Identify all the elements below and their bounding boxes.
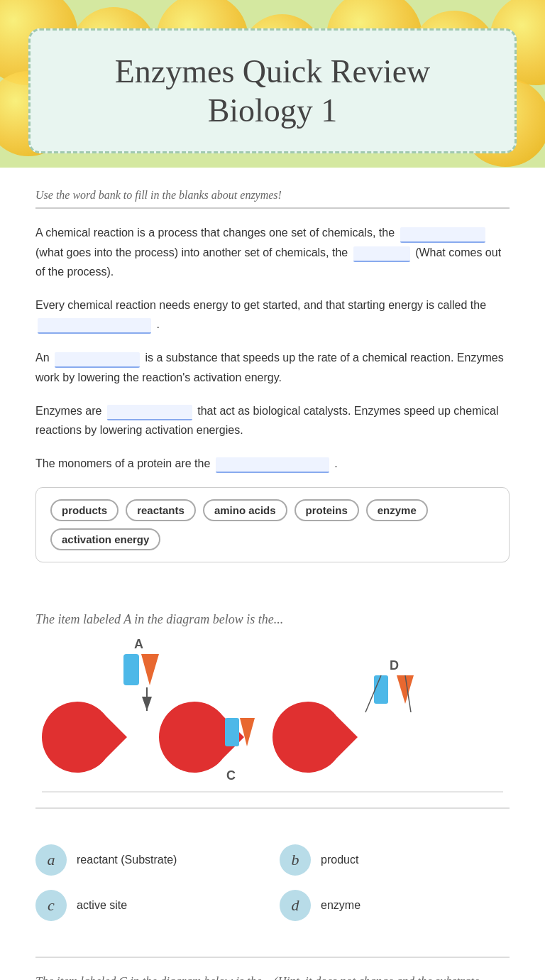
answer-option-a: a reactant (Substrate) [35,844,265,876]
paragraph-3: An is a substance that speeds up the rat… [35,348,510,386]
enzyme-right [272,702,358,773]
label-c: C [226,768,236,783]
answer-option-c: c active site [35,890,265,921]
bottom-divider [35,957,510,958]
answer-option-b: b product [280,844,510,876]
answer-options-grid: a reactant (Substrate) b product c activ… [0,830,545,935]
badge-c[interactable]: c [35,890,67,921]
enzyme-left [42,702,127,773]
paragraph-1: A chemical reaction is a process that ch… [35,223,510,281]
p1-text-middle: (what goes into the process) into anothe… [35,246,351,258]
paragraph-2: Every chemical reaction needs energy to … [35,295,510,334]
p5-text-after: . [334,457,337,469]
enzyme-diagram: A B → C → D [35,634,510,797]
p4-text-before: Enzymes are [35,405,105,417]
bottom-question-text: The item labeled C in the diagram below … [35,972,510,980]
chip-products[interactable]: products [50,499,119,521]
chip-reactants[interactable]: reactants [126,499,196,521]
instruction-text: Use the word bank to fill in the blanks … [35,189,510,209]
chip-proteins[interactable]: proteins [294,499,359,521]
label-a: A [134,637,143,651]
paragraph-5: The monomers of a protein are the . [35,454,510,473]
title-card: Enzymes Quick Review Biology 1 [28,28,517,153]
chip-activation-energy[interactable]: activation energy [50,528,160,550]
substrate-orange-c [240,718,255,746]
blank-activation-energy[interactable] [38,318,151,334]
p2-text-after: . [156,318,159,330]
substrate-orange-a [141,654,159,685]
bottom-section: The item labeled C in the diagram below … [0,935,545,980]
substrate-blue-a [123,654,139,685]
paragraph-4: Enzymes are that act as biological catal… [35,401,510,440]
blank-enzyme[interactable] [55,352,140,368]
page-title: Enzymes Quick Review Biology 1 [59,52,486,130]
diagram-question-1: The item labeled A in the diagram below … [35,612,510,627]
p1-text-before: A chemical reaction is a process that ch… [35,227,398,239]
word-bank: products reactants amino acids proteins … [35,487,510,562]
p3-text-before: An [35,352,53,364]
answer-option-d: d enzyme [280,890,510,921]
option-text-d: enzyme [321,899,360,912]
chip-enzyme[interactable]: enzyme [366,499,428,521]
blank-proteins[interactable] [107,405,192,420]
badge-b[interactable]: b [280,844,311,876]
option-text-b: product [321,854,358,866]
label-d: D [390,658,399,673]
blank-amino-acids[interactable] [216,457,329,473]
badge-d[interactable]: d [280,890,311,921]
product-orange-d [397,675,414,704]
blank-reactants[interactable] [400,227,485,243]
product-blue-d [374,675,388,704]
substrate-blue-c [225,718,239,746]
option-text-a: reactant (Substrate) [77,854,177,866]
badge-a[interactable]: a [35,844,67,876]
chip-amino-acids[interactable]: amino acids [203,499,287,521]
p2-text-before: Every chemical reaction needs energy to … [35,299,486,311]
main-content: Use the word bank to fill in the blanks … [0,168,545,598]
blank-products[interactable] [353,246,410,262]
option-text-c: active site [77,899,127,912]
section-divider [35,807,510,809]
diagram-section: The item labeled A in the diagram below … [0,598,545,830]
p5-text-before: The monomers of a protein are the [35,457,214,469]
